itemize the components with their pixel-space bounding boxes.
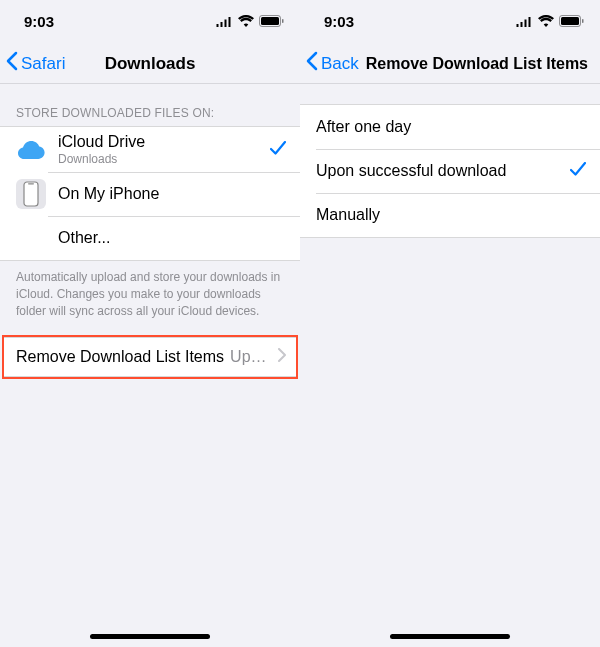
- option-title: On My iPhone: [58, 185, 286, 203]
- section-header-store: Store Downloaded Files On:: [0, 84, 300, 126]
- status-icons: [216, 13, 284, 30]
- status-bar: 9:03: [0, 0, 300, 44]
- section-footer: Automatically upload and store your down…: [0, 261, 300, 337]
- cellular-icon: [516, 13, 533, 30]
- chevron-left-icon: [306, 51, 318, 76]
- option-icloud-drive[interactable]: iCloud Drive Downloads: [0, 127, 300, 172]
- chevron-left-icon: [6, 51, 18, 76]
- status-time: 9:03: [24, 13, 54, 30]
- option-title: iCloud Drive: [58, 133, 270, 151]
- home-indicator[interactable]: [390, 634, 510, 639]
- svg-rect-1: [261, 17, 279, 25]
- nav-back-label: Safari: [21, 54, 65, 74]
- remove-options-list: After one day Upon successful download M…: [300, 104, 600, 238]
- option-title: Upon successful download: [316, 162, 570, 180]
- highlight-frame: Remove Download List Items Upon succes…: [2, 335, 298, 379]
- nav-title: Remove Download List Items: [366, 55, 588, 73]
- nav-bar: Safari Downloads: [0, 44, 300, 84]
- nav-bar: Back Remove Download List Items: [300, 44, 600, 84]
- cellular-icon: [216, 13, 233, 30]
- option-subtitle: Downloads: [58, 152, 270, 166]
- chevron-right-icon: [278, 348, 286, 366]
- checkmark-icon: [270, 141, 286, 159]
- nav-back-button[interactable]: Back: [306, 51, 359, 76]
- option-title: After one day: [316, 118, 586, 136]
- wifi-icon: [538, 13, 554, 30]
- option-title: Other...: [58, 229, 286, 247]
- screen-remove-list: 9:03 Back Remove Download List Items: [300, 0, 600, 647]
- svg-rect-7: [582, 19, 584, 23]
- option-title: Manually: [316, 206, 586, 224]
- svg-rect-3: [24, 182, 38, 206]
- remove-download-list-items-row[interactable]: Remove Download List Items Upon succes…: [4, 337, 296, 377]
- option-manually[interactable]: Manually: [300, 193, 600, 237]
- status-bar: 9:03: [300, 0, 600, 44]
- status-icons: [516, 13, 584, 30]
- option-upon-successful-download[interactable]: Upon successful download: [300, 149, 600, 193]
- iphone-icon: [16, 179, 46, 209]
- svg-rect-6: [561, 17, 579, 25]
- screen-downloads: 9:03 Safari Downloads Store Downloaded F…: [0, 0, 300, 647]
- home-indicator[interactable]: [90, 634, 210, 639]
- option-other[interactable]: Other...: [0, 216, 300, 260]
- icloud-icon: [16, 135, 46, 165]
- wifi-icon: [238, 13, 254, 30]
- content: Store Downloaded Files On: iCloud Drive …: [0, 84, 300, 647]
- option-after-one-day[interactable]: After one day: [300, 105, 600, 149]
- nav-back-button[interactable]: Safari: [6, 51, 65, 76]
- battery-icon: [559, 13, 584, 30]
- nav-back-label: Back: [321, 54, 359, 74]
- content: After one day Upon successful download M…: [300, 84, 600, 647]
- link-value: Upon succes…: [230, 348, 274, 366]
- storage-options-list: iCloud Drive Downloads On My iPhone Othe…: [0, 126, 300, 261]
- svg-rect-4: [28, 183, 34, 184]
- checkmark-icon: [570, 162, 586, 180]
- nav-title: Downloads: [105, 54, 196, 74]
- battery-icon: [259, 13, 284, 30]
- option-on-my-iphone[interactable]: On My iPhone: [0, 172, 300, 216]
- svg-rect-2: [282, 19, 284, 23]
- status-time: 9:03: [324, 13, 354, 30]
- link-label: Remove Download List Items: [16, 348, 224, 366]
